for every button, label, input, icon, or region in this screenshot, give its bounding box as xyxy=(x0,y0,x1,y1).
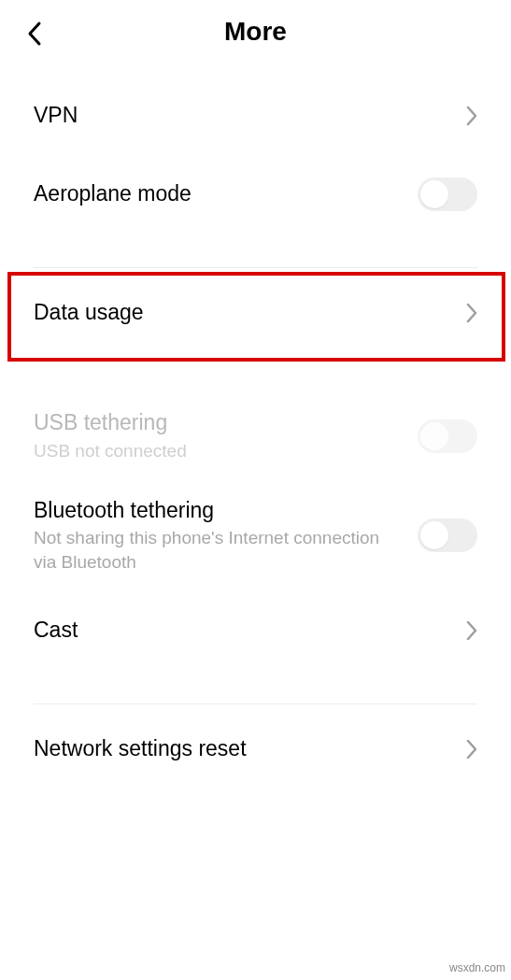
chevron-right-icon xyxy=(466,106,477,126)
row-label: Cast xyxy=(34,617,455,645)
row-usb-tethering: USB tethering USB not connected xyxy=(0,392,511,480)
toggle-aeroplane-mode[interactable] xyxy=(418,178,477,211)
chevron-right-icon xyxy=(466,303,477,323)
row-aeroplane-mode[interactable]: Aeroplane mode xyxy=(0,155,511,234)
row-label: VPN xyxy=(34,102,455,130)
chevron-right-icon xyxy=(466,739,477,760)
header: More xyxy=(0,0,511,69)
row-label: Data usage xyxy=(34,299,455,327)
row-data-usage[interactable]: Data usage xyxy=(0,268,511,358)
row-label: USB tethering xyxy=(34,409,406,437)
row-network-settings-reset[interactable]: Network settings reset xyxy=(0,704,511,794)
row-bluetooth-tethering[interactable]: Bluetooth tethering Not sharing this pho… xyxy=(0,480,511,591)
row-vpn[interactable]: VPN xyxy=(0,77,511,155)
row-sublabel: Not sharing this phone's Internet connec… xyxy=(34,526,406,574)
page-title: More xyxy=(19,17,492,47)
watermark: wsxdn.com xyxy=(449,961,505,974)
chevron-left-icon xyxy=(26,21,45,47)
settings-list: VPN Aeroplane mode Data usage USB tether… xyxy=(0,69,511,794)
row-label: Aeroplane mode xyxy=(34,180,406,208)
chevron-right-icon xyxy=(466,620,477,641)
back-button[interactable] xyxy=(26,21,45,50)
toggle-bluetooth-tethering[interactable] xyxy=(418,518,477,552)
row-label: Network settings reset xyxy=(34,735,455,763)
row-cast[interactable]: Cast xyxy=(0,591,511,670)
row-label: Bluetooth tethering xyxy=(34,497,406,525)
toggle-usb-tethering xyxy=(418,419,477,453)
row-sublabel: USB not connected xyxy=(34,439,406,463)
